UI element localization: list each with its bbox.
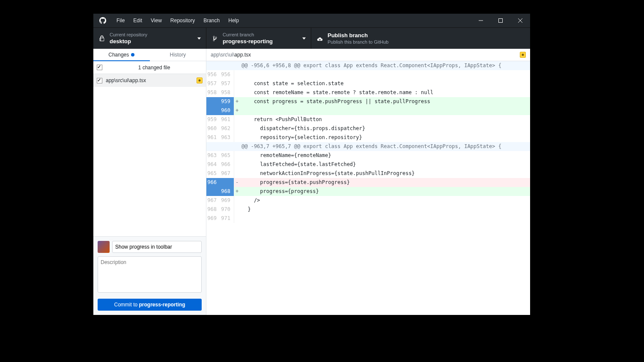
diff-line[interactable]: 960962 dispatcher={this.props.dispatcher… [206, 124, 530, 133]
line-number-old [206, 61, 220, 70]
commit-button-prefix: Commit to [114, 302, 139, 308]
window-close-button[interactable] [510, 14, 530, 27]
line-number-old [206, 97, 220, 106]
diff-code [240, 106, 530, 115]
diff-code: return <PushPullButton [240, 115, 530, 124]
content-area: Changes History 1 changed file app\src\u… [93, 49, 530, 315]
line-number-old: 957 [206, 79, 220, 88]
diff-body[interactable]: @@ -956,6 +956,8 @@ export class App ext… [206, 61, 530, 315]
current-branch-dropdown[interactable]: Current branch progress-reporting [206, 28, 311, 49]
diff-code: dispatcher={this.props.dispatcher} [240, 124, 530, 133]
menu-branch[interactable]: Branch [199, 14, 224, 27]
repo-name: desktop [110, 38, 147, 45]
line-number-new: 956 [220, 70, 234, 79]
line-number-new: 959 [220, 97, 234, 106]
diff-path-prefix: app\src\ui\ [211, 52, 234, 58]
diff-marker [234, 160, 240, 169]
diff-code: repository={selection.repository} [240, 133, 530, 142]
diff-line[interactable]: 964966 lastFetched={state.lastFetched} [206, 160, 530, 169]
diff-marker [234, 124, 240, 133]
diff-line[interactable]: 956956 [206, 70, 530, 79]
diff-panel: app\src\ui\app.tsx @@ -956,6 +956,8 @@ e… [206, 49, 530, 315]
diff-line[interactable]: 966 - progress={state.pushProgress} [206, 178, 530, 187]
line-number-new: 970 [220, 205, 234, 214]
menu-repository[interactable]: Repository [166, 14, 199, 27]
line-number-new: 968 [220, 187, 234, 196]
diff-marker [234, 142, 240, 151]
diff-line[interactable]: 969971 [206, 214, 530, 223]
line-number-new: 971 [220, 214, 234, 223]
diff-code: remoteName={remoteName} [240, 151, 530, 160]
file-include-checkbox[interactable] [97, 78, 102, 83]
current-repository-dropdown[interactable]: Current repository desktop [93, 28, 206, 49]
commit-button-branch: progress-reporting [139, 302, 185, 308]
window-maximize-button[interactable] [491, 14, 510, 27]
line-number-new: 957 [220, 79, 234, 88]
diff-marker: + [234, 106, 240, 115]
diff-line[interactable]: 967969 /> [206, 196, 530, 205]
diff-marker: + [234, 187, 240, 196]
line-number-old [206, 106, 220, 115]
diff-code: } [240, 205, 530, 214]
line-number-old: 958 [206, 88, 220, 97]
changed-file-row[interactable]: app\src\ui\app.tsx [93, 74, 206, 87]
line-number-old: 960 [206, 124, 220, 133]
diff-code [240, 214, 530, 223]
diff-line[interactable]: 958958 const remoteName = state.remote ?… [206, 88, 530, 97]
line-number-new: 966 [220, 160, 234, 169]
commit-description-input[interactable] [98, 256, 202, 293]
line-number-new: 961 [220, 115, 234, 124]
modified-status-icon [520, 52, 526, 58]
diff-marker [234, 79, 240, 88]
menu-view[interactable]: View [146, 14, 166, 27]
commit-button[interactable]: Commit to progress-reporting [98, 299, 202, 311]
diff-marker [234, 61, 240, 70]
diff-line[interactable]: @@ -956,6 +956,8 @@ export class App ext… [206, 61, 530, 70]
menu-file[interactable]: File [112, 14, 129, 27]
diff-line[interactable]: @@ -963,7 +965,7 @@ export class App ext… [206, 142, 530, 151]
titlebar: File Edit View Repository Branch Help [93, 14, 530, 27]
diff-code: /> [240, 196, 530, 205]
diff-line[interactable]: 961963 repository={selection.repository} [206, 133, 530, 142]
publish-branch-button[interactable]: Publish branch Publish this branch to Gi… [311, 28, 416, 49]
diff-marker [234, 196, 240, 205]
diff-line[interactable]: 959+ const progress = state.pushProgress… [206, 97, 530, 106]
commit-summary-input[interactable] [112, 241, 202, 253]
git-branch-icon [212, 36, 218, 42]
menu-help[interactable]: Help [224, 14, 243, 27]
diff-code [240, 70, 530, 79]
line-number-old: 956 [206, 70, 220, 79]
line-number-old [206, 142, 220, 151]
menu-edit[interactable]: Edit [129, 14, 146, 27]
window-minimize-button[interactable] [471, 14, 491, 27]
lock-icon [98, 36, 105, 42]
github-logo-icon [93, 17, 112, 24]
tab-history[interactable]: History [150, 49, 206, 61]
line-number-old: 963 [206, 151, 220, 160]
publish-subtitle: Publish this branch to GitHub [328, 39, 388, 45]
select-all-checkbox[interactable] [97, 65, 102, 70]
line-number-old: 959 [206, 115, 220, 124]
diff-line[interactable]: 968+ progress={progress} [206, 187, 530, 196]
line-number-old: 968 [206, 205, 220, 214]
svg-rect-0 [499, 19, 503, 23]
diff-line[interactable]: 965967 networkActionInProgress={state.pu… [206, 169, 530, 178]
line-number-new: 958 [220, 88, 234, 97]
modified-status-icon [197, 77, 203, 83]
diff-line[interactable]: 959961 return <PushPullButton [206, 115, 530, 124]
diff-line[interactable]: 968970 } [206, 205, 530, 214]
diff-code: const state = selection.state [240, 79, 530, 88]
diff-code: networkActionInProgress={state.pushPullI… [240, 169, 530, 178]
diff-marker [234, 115, 240, 124]
tab-changes-label: Changes [108, 52, 129, 58]
line-number-new [220, 142, 234, 151]
diff-line[interactable]: 963965 remoteName={remoteName} [206, 151, 530, 160]
diff-marker [234, 214, 240, 223]
line-number-old: 966 [206, 178, 220, 187]
tab-changes[interactable]: Changes [93, 49, 150, 61]
diff-marker [234, 169, 240, 178]
diff-line[interactable]: 960+ [206, 106, 530, 115]
diff-code: @@ -956,6 +956,8 @@ export class App ext… [240, 61, 530, 70]
diff-line[interactable]: 957957 const state = selection.state [206, 79, 530, 88]
line-number-old: 967 [206, 196, 220, 205]
